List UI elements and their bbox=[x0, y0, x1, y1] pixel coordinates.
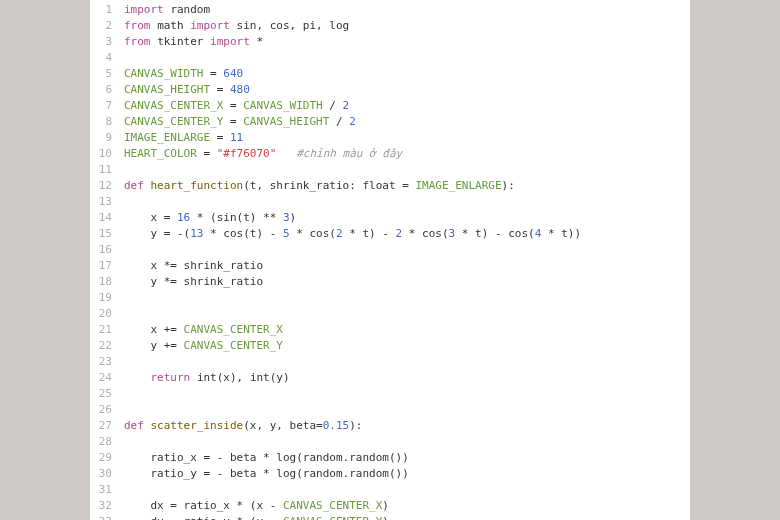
token-op: = bbox=[210, 83, 230, 96]
code-line: 25 bbox=[90, 386, 690, 402]
token-num: 2 bbox=[349, 115, 356, 128]
token-op: * t) - bbox=[343, 227, 396, 240]
token-kw: def bbox=[124, 179, 144, 192]
token-op: ) bbox=[382, 515, 389, 520]
token-kw: import bbox=[190, 19, 230, 32]
token-call: int bbox=[250, 371, 270, 384]
token-num: 2 bbox=[343, 99, 350, 112]
code-line: 33 dy = ratio_y * (y - CANVAS_CENTER_Y) bbox=[90, 514, 690, 520]
token-op: x += bbox=[124, 323, 184, 336]
code-line: 2from math import sin, cos, pi, log bbox=[90, 18, 690, 34]
token-fn: heart_function bbox=[151, 179, 244, 192]
token-kw: return bbox=[151, 371, 191, 384]
line-number: 22 bbox=[90, 338, 124, 354]
token-op bbox=[124, 371, 151, 384]
token-kw: import bbox=[124, 3, 164, 16]
token-const: IMAGE_ENLARGE bbox=[415, 179, 501, 192]
token-op: (x), bbox=[217, 371, 250, 384]
line-number: 5 bbox=[90, 66, 124, 82]
code-content: dy = ratio_y * (y - CANVAS_CENTER_Y) bbox=[124, 514, 389, 520]
code-line: 7CANVAS_CENTER_X = CANVAS_WIDTH / 2 bbox=[90, 98, 690, 114]
token-op: / bbox=[329, 115, 349, 128]
token-op: * cos( bbox=[402, 227, 448, 240]
token-op: y *= shrink_ratio bbox=[124, 275, 263, 288]
line-number: 7 bbox=[90, 98, 124, 114]
line-number: 19 bbox=[90, 290, 124, 306]
code-content: ratio_y = - beta * log(random.random()) bbox=[124, 466, 409, 482]
token-op: = bbox=[396, 179, 416, 192]
code-line: 31 bbox=[90, 482, 690, 498]
token-const: CANVAS_HEIGHT bbox=[243, 115, 329, 128]
line-number: 10 bbox=[90, 146, 124, 162]
token-op: y = -( bbox=[124, 227, 190, 240]
token-kw: from bbox=[124, 19, 151, 32]
code-content: y = -(13 * cos(t) - 5 * cos(2 * t) - 2 *… bbox=[124, 226, 581, 242]
token-op: (t, shrink_ratio: bbox=[243, 179, 362, 192]
token-const: CANVAS_HEIGHT bbox=[124, 83, 210, 96]
code-line: 32 dx = ratio_x * (x - CANVAS_CENTER_X) bbox=[90, 498, 690, 514]
code-line: 30 ratio_y = - beta * log(random.random(… bbox=[90, 466, 690, 482]
token-const: CANVAS_CENTER_Y bbox=[184, 339, 283, 352]
line-number: 31 bbox=[90, 482, 124, 498]
code-content: CANVAS_CENTER_X = CANVAS_WIDTH / 2 bbox=[124, 98, 349, 114]
token-num: 11 bbox=[230, 131, 243, 144]
line-number: 16 bbox=[90, 242, 124, 258]
token-op: ratio_y = - beta * log(random.random()) bbox=[124, 467, 409, 480]
line-number: 29 bbox=[90, 450, 124, 466]
token-kw: from bbox=[124, 35, 151, 48]
token-op bbox=[144, 419, 151, 432]
token-op: / bbox=[323, 99, 343, 112]
token-mod: tkinter bbox=[157, 35, 203, 48]
code-line: 26 bbox=[90, 402, 690, 418]
code-content: y += CANVAS_CENTER_Y bbox=[124, 338, 283, 354]
code-content: def heart_function(t, shrink_ratio: floa… bbox=[124, 178, 515, 194]
code-line: 18 y *= shrink_ratio bbox=[90, 274, 690, 290]
token-kw: def bbox=[124, 419, 144, 432]
token-op: ): bbox=[502, 179, 515, 192]
line-number: 1 bbox=[90, 2, 124, 18]
code-line: 12def heart_function(t, shrink_ratio: fl… bbox=[90, 178, 690, 194]
line-number: 20 bbox=[90, 306, 124, 322]
code-content: x += CANVAS_CENTER_X bbox=[124, 322, 283, 338]
line-number: 8 bbox=[90, 114, 124, 130]
line-number: 9 bbox=[90, 130, 124, 146]
code-content: from math import sin, cos, pi, log bbox=[124, 18, 349, 34]
code-content: from tkinter import * bbox=[124, 34, 263, 50]
line-number: 15 bbox=[90, 226, 124, 242]
code-content: x = 16 * (sin(t) ** 3) bbox=[124, 210, 296, 226]
code-line: 23 bbox=[90, 354, 690, 370]
token-op: ) bbox=[290, 211, 297, 224]
code-line: 8CANVAS_CENTER_Y = CANVAS_HEIGHT / 2 bbox=[90, 114, 690, 130]
code-line: 16 bbox=[90, 242, 690, 258]
token-op: ) bbox=[382, 499, 389, 512]
code-line: 6CANVAS_HEIGHT = 480 bbox=[90, 82, 690, 98]
line-number: 6 bbox=[90, 82, 124, 98]
line-number: 14 bbox=[90, 210, 124, 226]
line-number: 4 bbox=[90, 50, 124, 66]
token-op: (y) bbox=[270, 371, 290, 384]
code-line: 1import random bbox=[90, 2, 690, 18]
code-line: 15 y = -(13 * cos(t) - 5 * cos(2 * t) - … bbox=[90, 226, 690, 242]
code-line: 20 bbox=[90, 306, 690, 322]
token-op: = bbox=[223, 115, 243, 128]
token-const: CANVAS_CENTER_Y bbox=[283, 515, 382, 520]
token-op: * cos( bbox=[290, 227, 336, 240]
token-cmt: #chỉnh màu ở đây bbox=[296, 147, 402, 160]
token-op: * t)) bbox=[541, 227, 581, 240]
line-number: 21 bbox=[90, 322, 124, 338]
line-number: 26 bbox=[90, 402, 124, 418]
code-content: import random bbox=[124, 2, 210, 18]
line-number: 2 bbox=[90, 18, 124, 34]
token-num: 3 bbox=[283, 211, 290, 224]
token-type: float bbox=[362, 179, 395, 192]
line-number: 28 bbox=[90, 434, 124, 450]
token-num: 480 bbox=[230, 83, 250, 96]
line-number: 13 bbox=[90, 194, 124, 210]
line-number: 24 bbox=[90, 370, 124, 386]
token-str: "#f76070" bbox=[217, 147, 277, 160]
token-op: x = bbox=[124, 211, 177, 224]
token-op: sin, cos, pi, log bbox=[230, 19, 349, 32]
token-num: 0.15 bbox=[323, 419, 350, 432]
code-line: 21 x += CANVAS_CENTER_X bbox=[90, 322, 690, 338]
line-number: 25 bbox=[90, 386, 124, 402]
